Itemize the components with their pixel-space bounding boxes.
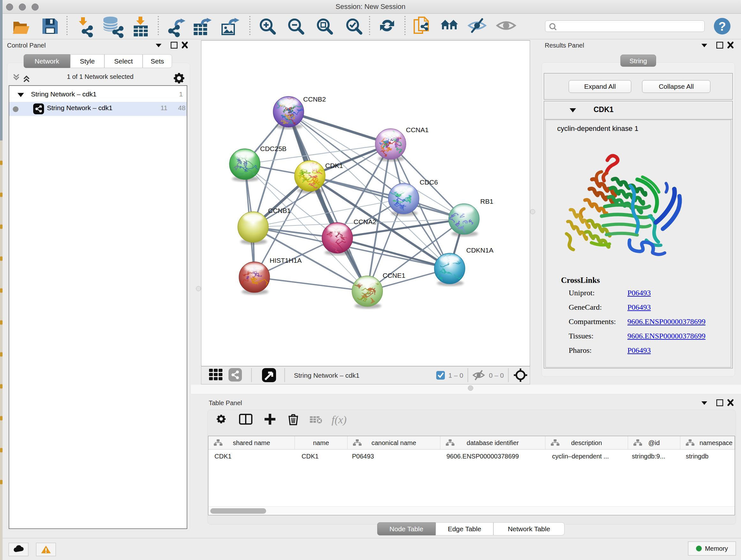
- svg-text:CDC6: CDC6: [420, 179, 438, 186]
- svg-text:RB1: RB1: [480, 198, 493, 205]
- svg-text:CDKN1A: CDKN1A: [466, 246, 493, 254]
- svg-text:CCNA2: CCNA2: [354, 218, 376, 226]
- svg-text:HIST1H1A: HIST1H1A: [270, 257, 301, 264]
- svg-text:f(x): f(x): [332, 414, 347, 426]
- svg-text:CCNB2: CCNB2: [303, 96, 326, 103]
- svg-text:String Network – cdk1: String Network – cdk1: [294, 372, 359, 379]
- svg-text:CCNA1: CCNA1: [406, 126, 428, 133]
- svg-text:CCNE1: CCNE1: [383, 272, 405, 279]
- svg-text:CCNB1: CCNB1: [268, 207, 291, 214]
- svg-text:?: ?: [718, 20, 726, 33]
- svg-text:1 – 0: 1 – 0: [448, 372, 463, 379]
- svg-text:CDK1: CDK1: [325, 162, 343, 169]
- svg-text:CDC25B: CDC25B: [260, 145, 286, 152]
- svg-text:0 – 0: 0 – 0: [489, 372, 504, 379]
